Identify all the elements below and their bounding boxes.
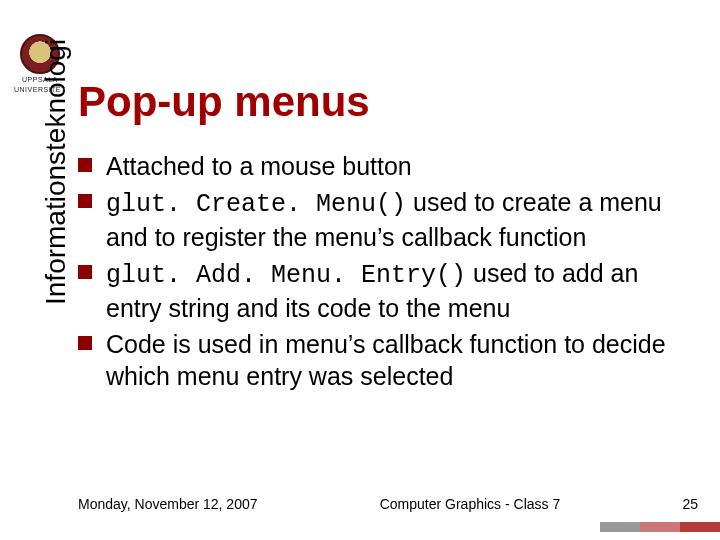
footer-center: Computer Graphics - Class 7 [258, 496, 683, 512]
bullet-text: Code is used in menu’s callback function… [106, 328, 698, 392]
bullet-item: Attached to a mouse button [78, 150, 698, 182]
footer: Monday, November 12, 2007 Computer Graph… [78, 496, 698, 512]
bullet-text: glut. Add. Menu. Entry() used to add an … [106, 257, 698, 324]
footer-date: Monday, November 12, 2007 [78, 496, 258, 512]
bullet-square-icon [78, 336, 92, 350]
bullet-square-icon [78, 194, 92, 208]
bullet-text: glut. Create. Menu() used to create a me… [106, 186, 698, 253]
band-segment [680, 522, 720, 532]
band-segment [640, 522, 680, 532]
text-span: Attached to a mouse button [106, 152, 412, 180]
slide-title: Pop-up menus [78, 78, 370, 126]
slide: UPPSALA UNIVERSITET Pop-up menus Informa… [0, 0, 720, 540]
decorative-band [600, 522, 720, 532]
text-span: Code is used in menu’s callback function… [106, 330, 666, 390]
bullet-list: Attached to a mouse buttonglut. Create. … [78, 150, 698, 396]
bullet-square-icon [78, 158, 92, 172]
band-segment [600, 522, 640, 532]
bullet-item: glut. Create. Menu() used to create a me… [78, 186, 698, 253]
bullet-text: Attached to a mouse button [106, 150, 412, 182]
code-span: glut. Add. Menu. Entry() [106, 261, 466, 290]
code-span: glut. Create. Menu() [106, 190, 406, 219]
footer-page-number: 25 [682, 496, 698, 512]
bullet-item: glut. Add. Menu. Entry() used to add an … [78, 257, 698, 324]
sidebar-vertical-label: Informationsteknologi [40, 39, 72, 305]
bullet-square-icon [78, 265, 92, 279]
bullet-item: Code is used in menu’s callback function… [78, 328, 698, 392]
